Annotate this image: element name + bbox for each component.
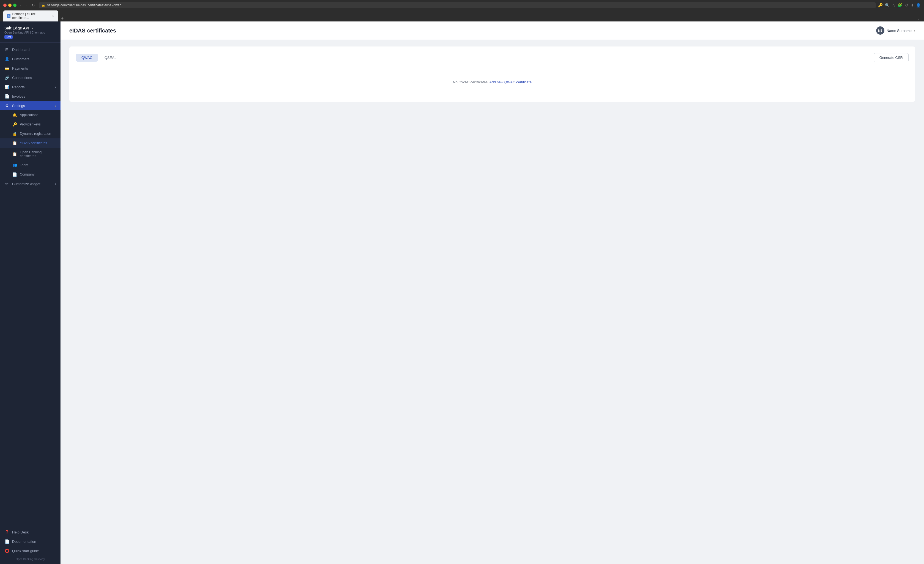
provider-keys-icon: 🔑 bbox=[12, 122, 17, 126]
app-container: Salt Edge API ▾ Open Banking API | Clien… bbox=[0, 21, 924, 564]
sidebar-item-settings[interactable]: ⚙ Settings ▴ bbox=[0, 101, 60, 110]
sidebar-item-customers[interactable]: 👤 Customers bbox=[0, 54, 60, 63]
connections-icon: 🔗 bbox=[4, 75, 9, 80]
sidebar-item-connections[interactable]: 🔗 Connections bbox=[0, 73, 60, 82]
new-tab-button[interactable]: + bbox=[59, 15, 66, 21]
sidebar-navigation: ⊞ Dashboard 👤 Customers 💳 Payments 🔗 Con… bbox=[0, 43, 60, 525]
password-icon[interactable]: 🔑 bbox=[878, 3, 883, 8]
sidebar-footer: ❓ Help Desk 📄 Documentation ⭕ Quick star… bbox=[0, 525, 60, 564]
tab-buttons: QWAC QSEAL bbox=[76, 54, 122, 62]
sidebar-item-provider-keys[interactable]: 🔑 Provider keys bbox=[0, 120, 60, 129]
sidebar-item-open-banking-certificates[interactable]: 📋 Open Banking certificates bbox=[0, 148, 60, 160]
main-header: eIDAS certificates NS Name Surname ▾ bbox=[60, 21, 924, 40]
traffic-lights bbox=[3, 4, 16, 7]
address-bar[interactable]: 🔒 saltedge.com/clients/eidas_certificate… bbox=[39, 2, 876, 8]
team-icon: 👥 bbox=[12, 163, 17, 167]
active-tab[interactable]: S Settings | eIDAS certificate... ✕ bbox=[3, 11, 58, 21]
sidebar-item-payments[interactable]: 💳 Payments bbox=[0, 63, 60, 73]
tab-label: Settings | eIDAS certificate... bbox=[12, 12, 50, 20]
help-desk-icon: ❓ bbox=[4, 530, 9, 534]
sidebar-item-label: Dynamic registration bbox=[20, 132, 56, 135]
user-name: Name Surname bbox=[886, 29, 912, 33]
sidebar-item-label: Documentation bbox=[12, 540, 56, 544]
certificate-tabs-row: QWAC QSEAL Generate CSR bbox=[76, 53, 909, 62]
back-button[interactable]: ‹ bbox=[19, 3, 23, 8]
sidebar-brand[interactable]: Salt Edge API ▾ bbox=[4, 26, 56, 30]
profile-icon[interactable]: 👤 bbox=[916, 3, 921, 8]
security-icon: 🔒 bbox=[42, 4, 45, 7]
sidebar-item-label: Help Desk bbox=[12, 530, 56, 534]
search-icon[interactable]: 🔍 bbox=[885, 3, 890, 8]
tab-close-button[interactable]: ✕ bbox=[52, 15, 54, 18]
sidebar-item-company[interactable]: 📄 Company bbox=[0, 170, 60, 179]
sidebar-item-label: Invoices bbox=[12, 94, 56, 98]
reports-icon: 📊 bbox=[4, 85, 9, 89]
customize-widget-icon: ✏ bbox=[4, 182, 9, 186]
close-button[interactable] bbox=[3, 4, 7, 7]
qseal-tab[interactable]: QSEAL bbox=[99, 54, 122, 62]
sidebar-item-dashboard[interactable]: ⊞ Dashboard bbox=[0, 45, 60, 54]
extensions-icon[interactable]: 🧩 bbox=[898, 3, 902, 8]
test-badge: Test bbox=[4, 35, 13, 39]
content-card: QWAC QSEAL Generate CSR No QWAC certific… bbox=[69, 47, 915, 102]
tab-favicon: S bbox=[7, 14, 10, 18]
dynamic-registration-icon: 🔒 bbox=[12, 131, 17, 136]
sidebar-item-documentation[interactable]: 📄 Documentation bbox=[0, 537, 60, 546]
sidebar-item-customize-widget[interactable]: ✏ Customize widget ▾ bbox=[0, 179, 60, 188]
user-menu-chevron-icon[interactable]: ▾ bbox=[914, 29, 915, 32]
sidebar-item-invoices[interactable]: 📄 Invoices bbox=[0, 92, 60, 101]
payments-icon: 💳 bbox=[4, 66, 9, 71]
tab-dropdown-button[interactable]: ⌄ bbox=[916, 15, 921, 21]
nav-buttons: ‹ › ↻ bbox=[19, 3, 37, 8]
main-body: QWAC QSEAL Generate CSR No QWAC certific… bbox=[60, 40, 924, 564]
forward-button[interactable]: › bbox=[24, 3, 29, 8]
sidebar-item-label: Company bbox=[20, 173, 56, 176]
tabs-bar: S Settings | eIDAS certificate... ✕ + ⌄ bbox=[3, 11, 921, 21]
sidebar-subtitle: Open Banking API | Client app bbox=[4, 31, 56, 34]
browser-actions: 🔑 🔍 ☆ 🧩 🛡 ⬇ 👤 bbox=[878, 3, 921, 8]
maximize-button[interactable] bbox=[13, 4, 16, 7]
applications-icon: 🔔 bbox=[12, 113, 17, 117]
generate-csr-button[interactable]: Generate CSR bbox=[874, 53, 909, 62]
page-title: eIDAS certificates bbox=[69, 27, 116, 34]
reports-arrow-icon: ▾ bbox=[55, 86, 56, 89]
eidas-icon: 📋 bbox=[12, 141, 17, 145]
sidebar-item-label: Payments bbox=[12, 66, 56, 71]
customers-icon: 👤 bbox=[4, 57, 9, 61]
sidebar-header: Salt Edge API ▾ Open Banking API | Clien… bbox=[0, 21, 60, 43]
sidebar-item-label: Dashboard bbox=[12, 48, 56, 52]
sidebar-item-label: eIDAS certificates bbox=[20, 141, 56, 145]
sidebar-item-label: Applications bbox=[20, 113, 56, 117]
open-banking-icon: 📋 bbox=[12, 152, 17, 156]
sidebar-footer-text: Open Banking Gateway bbox=[0, 555, 60, 561]
sidebar-item-eidas-certificates[interactable]: 📋 eIDAS certificates bbox=[0, 138, 60, 148]
documentation-icon: 📄 bbox=[4, 539, 9, 544]
invoices-icon: 📄 bbox=[4, 94, 9, 98]
sidebar-item-label: Customers bbox=[12, 57, 56, 61]
sidebar: Salt Edge API ▾ Open Banking API | Clien… bbox=[0, 21, 60, 564]
empty-state: No QWAC certificates. Add new QWAC certi… bbox=[76, 69, 909, 95]
sidebar-item-label: Quick start guide bbox=[12, 549, 56, 553]
sidebar-item-label: Connections bbox=[12, 76, 56, 80]
qwac-tab[interactable]: QWAC bbox=[76, 54, 98, 62]
user-avatar: NS bbox=[876, 26, 884, 35]
sidebar-item-label: Team bbox=[20, 163, 56, 167]
customize-widget-arrow-icon: ▾ bbox=[55, 182, 56, 185]
sidebar-item-applications[interactable]: 🔔 Applications bbox=[0, 110, 60, 120]
add-certificate-link[interactable]: Add new QWAC certificate bbox=[489, 80, 532, 84]
reload-button[interactable]: ↻ bbox=[30, 3, 37, 8]
shield-icon[interactable]: 🛡 bbox=[904, 3, 908, 8]
company-icon: 📄 bbox=[12, 172, 17, 177]
sidebar-item-reports[interactable]: 📊 Reports ▾ bbox=[0, 82, 60, 92]
minimize-button[interactable] bbox=[8, 4, 12, 7]
sidebar-item-label: Provider keys bbox=[20, 122, 56, 126]
sidebar-item-help-desk[interactable]: ❓ Help Desk bbox=[0, 527, 60, 537]
sidebar-item-quick-start[interactable]: ⭕ Quick start guide bbox=[0, 546, 60, 555]
sidebar-item-dynamic-registration[interactable]: 🔒 Dynamic registration bbox=[0, 129, 60, 138]
empty-message: No QWAC certificates. bbox=[453, 80, 489, 84]
bookmark-icon[interactable]: ☆ bbox=[892, 3, 896, 8]
address-text: saltedge.com/clients/eidas_certificates?… bbox=[47, 3, 873, 7]
download-icon[interactable]: ⬇ bbox=[910, 3, 914, 8]
settings-arrow-icon: ▴ bbox=[55, 104, 56, 107]
sidebar-item-team[interactable]: 👥 Team bbox=[0, 160, 60, 170]
